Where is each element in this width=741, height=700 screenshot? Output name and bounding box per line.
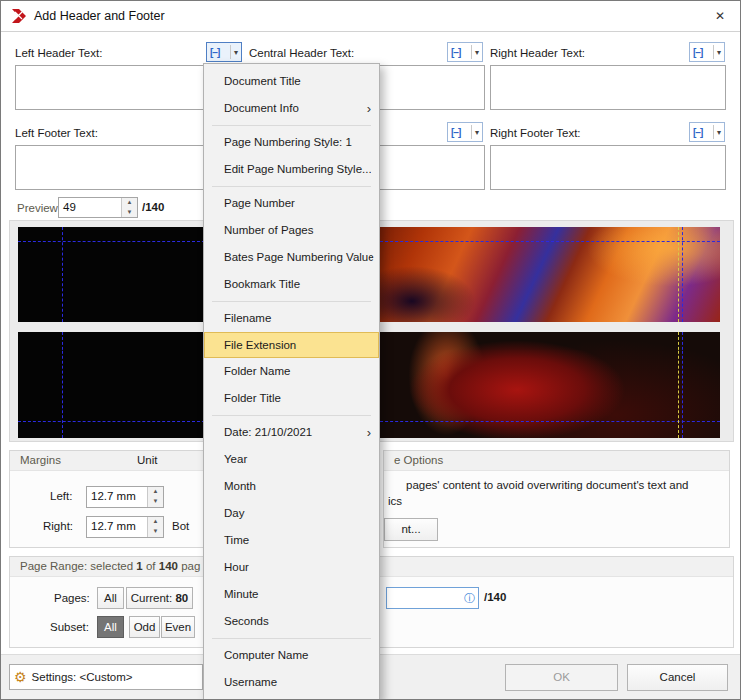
- spinner-down-icon[interactable]: ▼: [122, 208, 137, 218]
- menu-item-folder-name[interactable]: Folder Name: [204, 358, 379, 385]
- preview-total-pages: /140: [142, 201, 164, 213]
- subset-even-button[interactable]: Even: [161, 616, 195, 638]
- subset-label: Subset:: [50, 621, 89, 633]
- close-icon[interactable]: ✕: [708, 5, 732, 27]
- right-footer-input[interactable]: [490, 145, 726, 190]
- menu-item-computer-name[interactable]: Computer Name: [204, 642, 379, 669]
- spinner-up-icon[interactable]: ▲: [148, 487, 163, 497]
- menu-item-time[interactable]: Time: [204, 527, 379, 554]
- margin-right-value: 12.7 mm: [87, 517, 147, 537]
- gear-icon: ⚙: [14, 669, 27, 685]
- menu-item-minute[interactable]: Minute: [204, 581, 379, 608]
- menu-item-hour[interactable]: Hour: [204, 554, 379, 581]
- macro-dropdown-menu: Document Title Document Info› Page Numbe…: [203, 63, 380, 700]
- menu-separator: [212, 125, 371, 126]
- right-footer-label: Right Footer Text:: [490, 127, 581, 139]
- menu-item-file-extension[interactable]: File Extension: [204, 332, 379, 358]
- page-range-total: /140: [484, 591, 506, 603]
- margin-right-spinner[interactable]: 12.7 mm ▲▼: [86, 516, 164, 538]
- menu-item-seconds[interactable]: Seconds: [204, 608, 379, 635]
- chevron-down-icon: ▾: [714, 128, 724, 137]
- right-footer-macro-button[interactable]: [–]▾: [689, 122, 725, 142]
- menu-item-page-numbering-style[interactable]: Page Numbering Style: 1: [204, 129, 379, 156]
- app-logo-icon: [11, 8, 27, 24]
- preview-page-value: 49: [59, 198, 121, 217]
- margin-guide-line: [682, 332, 683, 438]
- margin-guide-line: [682, 227, 683, 322]
- subset-odd-button[interactable]: Odd: [129, 616, 160, 638]
- central-footer-macro-button[interactable]: [–]▾: [447, 122, 483, 142]
- subset-all-button[interactable]: All: [97, 616, 124, 638]
- central-header-label: Central Header Text:: [249, 47, 354, 59]
- left-header-macro-button[interactable]: [–]▾: [206, 42, 242, 62]
- add-header-footer-dialog: Add Header and Footer ✕ Left Header Text…: [0, 0, 741, 700]
- margin-guide-line: [62, 332, 63, 438]
- macro-icon: [–]: [690, 127, 704, 138]
- menu-item-month[interactable]: Month: [204, 473, 379, 500]
- margin-guide-line: [62, 227, 63, 322]
- settings-label: Settings: <Custom>: [32, 671, 133, 683]
- pages-all-button[interactable]: All: [97, 587, 124, 609]
- footer-preview-right-page: [370, 332, 720, 438]
- options-group: e Options pages' content to avoid overwr…: [383, 450, 730, 548]
- menu-separator: [212, 415, 371, 416]
- menu-item-edit-page-numbering-style[interactable]: Edit Page Numbering Style...: [204, 156, 379, 183]
- header-preview-right-page: [370, 227, 720, 322]
- preview-label: Preview: [17, 202, 58, 214]
- left-header-label: Left Header Text:: [15, 47, 102, 59]
- margin-guide-line: [370, 241, 720, 242]
- ok-button[interactable]: OK: [505, 664, 618, 691]
- menu-item-document-title[interactable]: Document Title: [204, 68, 379, 95]
- options-group-title: e Options: [384, 451, 729, 471]
- menu-item-bates-page-numbering-value[interactable]: Bates Page Numbering Value: [204, 244, 379, 271]
- menu-item-folder-title[interactable]: Folder Title: [204, 385, 379, 412]
- margin-right-label: Right:: [43, 520, 73, 532]
- settings-dropdown[interactable]: ⚙ Settings: <Custom>: [9, 664, 203, 690]
- menu-item-page-number[interactable]: Page Number: [204, 190, 379, 217]
- pages-current-button[interactable]: Current: 80: [126, 587, 193, 609]
- margin-bottom-label: Bot: [172, 520, 189, 532]
- cancel-button[interactable]: Cancel: [627, 664, 728, 691]
- macro-icon: [–]: [448, 47, 462, 58]
- submenu-arrow-icon: ›: [367, 419, 370, 446]
- macro-icon: [–]: [207, 47, 221, 58]
- options-text-line2: ics: [388, 495, 402, 507]
- chevron-down-icon: ▾: [231, 48, 241, 57]
- unit-label: Unit: [137, 454, 157, 466]
- font-button[interactable]: nt...: [384, 518, 438, 541]
- page-range-input[interactable]: [387, 592, 461, 604]
- spinner-up-icon[interactable]: ▲: [122, 198, 137, 208]
- macro-icon: [–]: [690, 47, 704, 58]
- menu-item-filename[interactable]: Filename: [204, 305, 379, 332]
- title-bar: Add Header and Footer ✕: [1, 1, 740, 32]
- right-header-input[interactable]: [490, 65, 726, 110]
- menu-item-document-info[interactable]: Document Info›: [204, 95, 379, 122]
- chevron-down-icon: ▾: [472, 128, 482, 137]
- spinner-down-icon[interactable]: ▼: [148, 527, 163, 537]
- info-icon: ⓘ: [461, 591, 478, 606]
- menu-separator: [212, 301, 371, 302]
- left-footer-label: Left Footer Text:: [15, 127, 98, 139]
- page-range-input-wrap: ⓘ: [386, 587, 479, 609]
- spinner-down-icon[interactable]: ▼: [148, 497, 163, 507]
- spinner-up-icon[interactable]: ▲: [148, 517, 163, 527]
- margin-left-label: Left:: [50, 490, 72, 502]
- preview-page-spinner[interactable]: 49 ▲▼: [58, 197, 138, 218]
- menu-item-date[interactable]: Date: 21/10/2021›: [204, 419, 379, 446]
- menu-item-number-of-pages[interactable]: Number of Pages: [204, 217, 379, 244]
- margin-left-spinner[interactable]: 12.7 mm ▲▼: [86, 486, 164, 508]
- menu-item-username[interactable]: Username: [204, 669, 379, 696]
- menu-item-day[interactable]: Day: [204, 500, 379, 527]
- margin-guide-line: [678, 227, 679, 322]
- options-text-line1: pages' content to avoid overwriting docu…: [406, 479, 688, 491]
- menu-item-year[interactable]: Year: [204, 446, 379, 473]
- right-header-macro-button[interactable]: [–]▾: [689, 42, 725, 62]
- central-header-macro-button[interactable]: [–]▾: [447, 42, 483, 62]
- right-header-label: Right Header Text:: [490, 47, 585, 59]
- margin-left-value: 12.7 mm: [87, 487, 147, 507]
- pages-label: Pages:: [54, 592, 90, 604]
- menu-item-bookmark-title[interactable]: Bookmark Title: [204, 271, 379, 298]
- menu-separator: [212, 186, 371, 187]
- chevron-down-icon: ▾: [714, 48, 724, 57]
- margin-guide-line: [370, 421, 720, 422]
